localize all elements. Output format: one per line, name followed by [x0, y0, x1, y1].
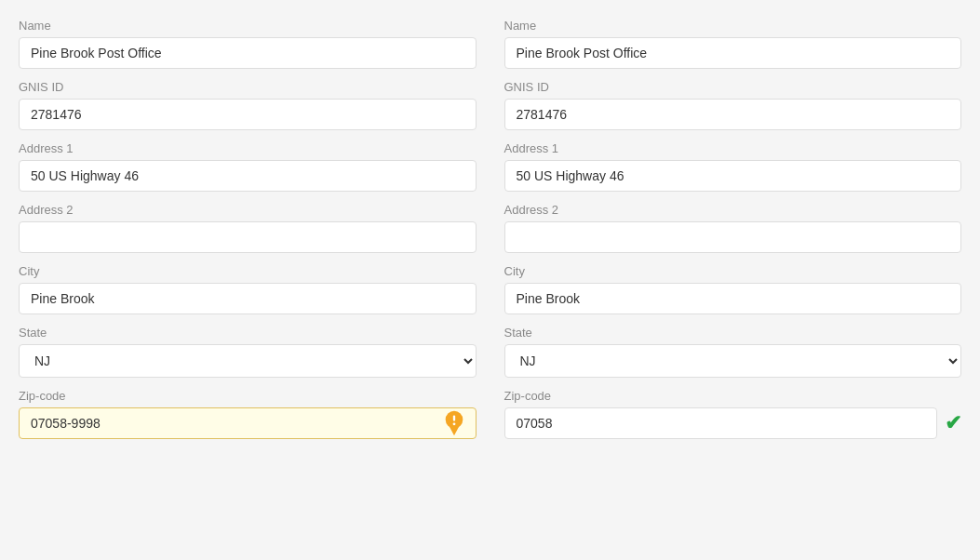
- left-gnis-group: GNIS ID: [19, 80, 477, 130]
- left-zip-wrapper: [19, 407, 477, 439]
- right-zip-label: Zip-code: [504, 389, 962, 403]
- left-state-label: State: [19, 326, 477, 340]
- right-address1-input[interactable]: [504, 160, 962, 192]
- left-state-select[interactable]: NJ NY PA CT MA: [19, 344, 477, 378]
- right-city-label: City: [504, 264, 962, 278]
- svg-rect-2: [452, 415, 454, 420]
- right-address2-input[interactable]: [504, 221, 962, 253]
- right-name-label: Name: [504, 19, 962, 33]
- right-zip-group: Zip-code ✔: [504, 389, 962, 439]
- left-city-input[interactable]: [19, 283, 477, 314]
- left-zip-warning-icon: [441, 410, 467, 436]
- right-address1-group: Address 1: [504, 141, 962, 192]
- right-zip-wrapper: ✔: [504, 407, 962, 439]
- right-gnis-label: GNIS ID: [504, 80, 962, 94]
- right-address1-label: Address 1: [504, 141, 962, 155]
- right-address2-group: Address 2: [504, 203, 962, 253]
- right-state-label: State: [504, 326, 962, 340]
- left-city-label: City: [19, 264, 477, 278]
- left-zip-input[interactable]: [19, 407, 477, 439]
- right-panel: Name GNIS ID Address 1 Address 2 City St…: [504, 19, 962, 450]
- left-address1-input[interactable]: [19, 160, 477, 192]
- left-gnis-label: GNIS ID: [19, 80, 477, 94]
- right-gnis-group: GNIS ID: [504, 80, 962, 130]
- left-name-input[interactable]: [19, 37, 477, 69]
- right-state-group: State NJ NY PA CT MA: [504, 326, 962, 378]
- main-container: Name GNIS ID Address 1 Address 2 City St…: [19, 19, 961, 450]
- left-address1-group: Address 1: [19, 141, 477, 192]
- svg-marker-1: [449, 426, 459, 435]
- right-zip-input[interactable]: [504, 407, 938, 439]
- left-address2-group: Address 2: [19, 203, 477, 253]
- left-address2-label: Address 2: [19, 203, 477, 217]
- left-name-label: Name: [19, 19, 477, 33]
- left-gnis-input[interactable]: [19, 99, 477, 130]
- left-address2-input[interactable]: [19, 221, 477, 253]
- right-state-select[interactable]: NJ NY PA CT MA: [504, 344, 962, 378]
- right-city-input[interactable]: [504, 283, 962, 314]
- right-address2-label: Address 2: [504, 203, 962, 217]
- left-zip-label: Zip-code: [19, 389, 477, 403]
- left-name-group: Name: [19, 19, 477, 69]
- left-city-group: City: [19, 264, 477, 314]
- left-zip-group: Zip-code: [19, 389, 477, 439]
- right-name-input[interactable]: [504, 37, 962, 69]
- right-city-group: City: [504, 264, 962, 314]
- svg-point-3: [452, 422, 455, 425]
- right-gnis-input[interactable]: [504, 99, 962, 130]
- left-state-group: State NJ NY PA CT MA: [19, 326, 477, 378]
- right-zip-success-icon: ✔: [945, 411, 961, 435]
- left-address1-label: Address 1: [19, 141, 477, 155]
- left-panel: Name GNIS ID Address 1 Address 2 City St…: [19, 19, 477, 450]
- right-name-group: Name: [504, 19, 962, 69]
